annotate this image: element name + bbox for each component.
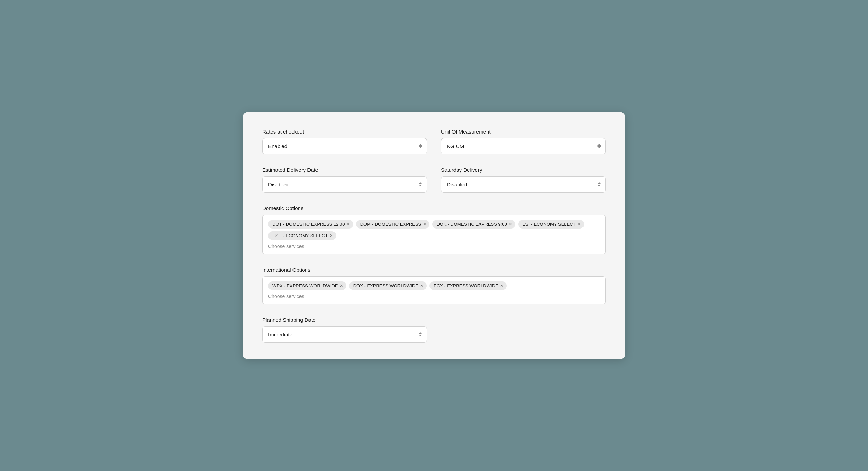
tag-remove-icon[interactable]: ×	[509, 222, 512, 226]
group-unit-of-measurement: Unit Of Measurement KG CM	[441, 129, 606, 154]
row-rates-unit: Rates at checkout Enabled Unit Of Measur…	[262, 129, 606, 154]
tag-remove-icon[interactable]: ×	[330, 233, 332, 238]
estimated-delivery-label: Estimated Delivery Date	[262, 167, 427, 173]
tag: ESI - ECONOMY SELECT×	[518, 220, 584, 229]
tag-label: DOX - EXPRESS WORLDWIDE	[353, 283, 418, 288]
saturday-delivery-wrapper: Disabled	[441, 176, 606, 193]
tag-remove-icon[interactable]: ×	[340, 283, 343, 288]
group-international-options: International Options WPX - EXPRESS WORL…	[262, 267, 606, 304]
estimated-delivery-wrapper: Disabled	[262, 176, 427, 193]
international-options-label: International Options	[262, 267, 606, 273]
unit-of-measurement-label: Unit Of Measurement	[441, 129, 606, 135]
row-delivery-saturday: Estimated Delivery Date Disabled Saturda…	[262, 167, 606, 193]
group-saturday-delivery: Saturday Delivery Disabled	[441, 167, 606, 193]
tag: DOT - DOMESTIC EXPRESS 12:00×	[268, 220, 353, 229]
group-rates-at-checkout: Rates at checkout Enabled	[262, 129, 427, 154]
tag-label: DOK - DOMESTIC EXPRESS 9:00	[436, 222, 507, 227]
tag-label: ECX - EXPRESS WORLDWIDE	[434, 283, 498, 288]
tag: ECX - EXPRESS WORLDWIDE×	[429, 281, 507, 290]
tag-label: ESU - ECONOMY SELECT	[272, 233, 328, 238]
tag: DOM - DOMESTIC EXPRESS×	[356, 220, 430, 229]
group-estimated-delivery: Estimated Delivery Date Disabled	[262, 167, 427, 193]
rates-at-checkout-select[interactable]: Enabled	[262, 138, 427, 154]
tag-remove-icon[interactable]: ×	[347, 222, 350, 226]
planned-shipping-wrapper: Immediate	[262, 326, 427, 343]
tag-remove-icon[interactable]: ×	[578, 222, 581, 226]
saturday-delivery-select[interactable]: Disabled	[441, 176, 606, 193]
unit-of-measurement-select[interactable]: KG CM	[441, 138, 606, 154]
group-planned-shipping: Planned Shipping Date Immediate	[262, 317, 606, 343]
group-domestic-options: Domestic Options DOT - DOMESTIC EXPRESS …	[262, 205, 606, 254]
international-tags-row: WPX - EXPRESS WORLDWIDE×DOX - EXPRESS WO…	[268, 281, 600, 290]
estimated-delivery-select[interactable]: Disabled	[262, 176, 427, 193]
tag-label: DOM - DOMESTIC EXPRESS	[360, 222, 421, 227]
planned-shipping-label: Planned Shipping Date	[262, 317, 606, 323]
domestic-options-label: Domestic Options	[262, 205, 606, 211]
rates-at-checkout-label: Rates at checkout	[262, 129, 427, 135]
tag: WPX - EXPRESS WORLDWIDE×	[268, 281, 346, 290]
tag-remove-icon[interactable]: ×	[420, 283, 423, 288]
rates-at-checkout-wrapper: Enabled	[262, 138, 427, 154]
tag: DOX - EXPRESS WORLDWIDE×	[349, 281, 427, 290]
domestic-tags-row: DOT - DOMESTIC EXPRESS 12:00×DOM - DOMES…	[268, 220, 600, 240]
settings-card: Rates at checkout Enabled Unit Of Measur…	[243, 112, 625, 359]
saturday-delivery-label: Saturday Delivery	[441, 167, 606, 173]
unit-of-measurement-wrapper: KG CM	[441, 138, 606, 154]
tag-label: ESI - ECONOMY SELECT	[522, 222, 576, 227]
tag-label: WPX - EXPRESS WORLDWIDE	[272, 283, 338, 288]
domestic-placeholder: Choose services	[268, 244, 600, 249]
planned-shipping-select[interactable]: Immediate	[262, 326, 427, 343]
tag: DOK - DOMESTIC EXPRESS 9:00×	[432, 220, 515, 229]
domestic-options-multiselect[interactable]: DOT - DOMESTIC EXPRESS 12:00×DOM - DOMES…	[262, 215, 606, 254]
international-options-multiselect[interactable]: WPX - EXPRESS WORLDWIDE×DOX - EXPRESS WO…	[262, 276, 606, 304]
tag-label: DOT - DOMESTIC EXPRESS 12:00	[272, 222, 345, 227]
tag-remove-icon[interactable]: ×	[500, 283, 503, 288]
tag-remove-icon[interactable]: ×	[423, 222, 426, 226]
tag: ESU - ECONOMY SELECT×	[268, 231, 336, 240]
international-placeholder: Choose services	[268, 294, 600, 299]
